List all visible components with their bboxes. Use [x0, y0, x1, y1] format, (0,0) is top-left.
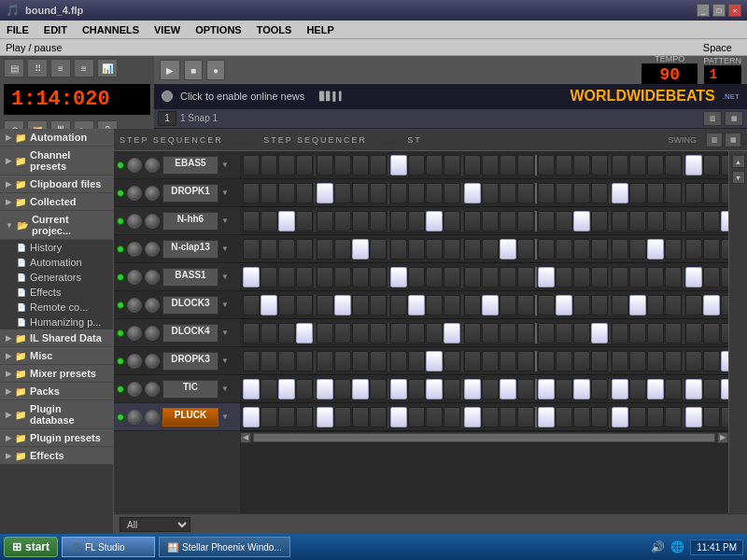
sidebar-item-automation[interactable]: 📄Automation [0, 255, 113, 270]
sidebar-section-plugin-presets[interactable]: ▶ 📁 Plugin presets [0, 429, 113, 447]
step-btn-6-6[interactable] [352, 323, 369, 343]
step-btn-8-2[interactable] [278, 379, 295, 399]
step-btn-1-20[interactable] [612, 183, 628, 203]
step-btn-1-13[interactable] [482, 183, 499, 203]
step-btn-0-24[interactable] [685, 155, 702, 175]
step-btn-3-24[interactable] [685, 239, 702, 259]
step-btn-9-9[interactable] [408, 407, 425, 427]
step-btn-6-7[interactable] [370, 323, 387, 343]
step-btn-5-25[interactable] [703, 295, 720, 315]
step-btn-7-7[interactable] [370, 351, 387, 371]
step-btn-5-0[interactable] [243, 295, 260, 315]
step-btn-8-20[interactable] [612, 379, 628, 399]
step-btn-1-11[interactable] [444, 183, 460, 203]
step-btn-9-25[interactable] [703, 407, 720, 427]
step-btn-7-10[interactable] [426, 351, 443, 371]
sidebar-section-effects-bottom[interactable]: ▶ 📁 Effects [0, 447, 113, 465]
step-btn-8-16[interactable] [538, 379, 555, 399]
step-btn-1-17[interactable] [556, 183, 572, 203]
sidebar-section-mixer-presets[interactable]: ▶ 📁 Mixer presets [0, 365, 113, 383]
step-btn-4-8[interactable] [390, 267, 407, 287]
step-btn-5-20[interactable] [612, 295, 628, 315]
sidebar-section-plugin-db[interactable]: ▶ 📁 Plugin database [0, 400, 113, 429]
step-btn-1-18[interactable] [573, 183, 590, 203]
step-btn-0-13[interactable] [482, 155, 499, 175]
step-btn-2-11[interactable] [444, 211, 460, 231]
step-btn-0-15[interactable] [517, 155, 534, 175]
step-btn-1-12[interactable] [464, 183, 481, 203]
step-btn-4-2[interactable] [278, 267, 295, 287]
step-btn-9-4[interactable] [317, 407, 333, 427]
step-btn-9-12[interactable] [464, 407, 481, 427]
sidebar-item-generators[interactable]: 📄Generators [0, 270, 113, 285]
step-btn-7-3[interactable] [296, 351, 313, 371]
step-btn-2-20[interactable] [612, 211, 628, 231]
step-btn-5-6[interactable] [352, 295, 369, 315]
step-btn-0-12[interactable] [464, 155, 481, 175]
track-led-dropk1[interactable] [117, 189, 124, 197]
step-btn-2-8[interactable] [390, 211, 407, 231]
step-btn-3-22[interactable] [647, 239, 664, 259]
track-name-ebas5[interactable]: EBAS5 [162, 156, 218, 175]
step-btn-7-5[interactable] [334, 351, 351, 371]
step-btn-0-11[interactable] [444, 155, 460, 175]
step-btn-9-18[interactable] [573, 407, 590, 427]
sidebar-section-packs[interactable]: ▶ 📁 Packs [0, 383, 113, 400]
step-btn-9-17[interactable] [556, 407, 572, 427]
step-btn-0-8[interactable] [390, 155, 407, 175]
close-button[interactable]: × [728, 4, 741, 17]
menu-options[interactable]: OPTIONS [192, 24, 245, 35]
track-led-dlock4[interactable] [117, 329, 124, 337]
step-btn-6-16[interactable] [538, 323, 555, 343]
step-btn-4-12[interactable] [464, 267, 481, 287]
step-btn-0-16[interactable] [538, 155, 555, 175]
track-name-dropk1[interactable]: DROPK1 [162, 184, 218, 203]
taskbar-item-stellar[interactable]: 🪟 Stellar Phoenix Windo... [159, 537, 290, 557]
step-btn-0-14[interactable] [500, 155, 516, 175]
track-arrow-bass1[interactable]: ▼ [221, 273, 229, 281]
track-pan-tic[interactable] [145, 382, 160, 397]
toolbar-btn-3[interactable]: ≡ [50, 59, 71, 77]
track-name-tic[interactable]: TIC [162, 380, 218, 399]
step-btn-1-2[interactable] [278, 183, 295, 203]
step-btn-4-11[interactable] [444, 267, 460, 287]
step-btn-4-5[interactable] [334, 267, 351, 287]
step-btn-4-21[interactable] [629, 267, 646, 287]
step-btn-4-1[interactable] [261, 267, 277, 287]
step-btn-7-0[interactable] [243, 351, 260, 371]
step-btn-8-10[interactable] [426, 379, 443, 399]
step-btn-4-17[interactable] [556, 267, 572, 287]
step-btn-2-12[interactable] [464, 211, 481, 231]
step-btn-6-21[interactable] [629, 323, 646, 343]
track-pan-dropk1[interactable] [145, 186, 160, 201]
step-btn-4-23[interactable] [665, 267, 682, 287]
step-btn-0-2[interactable] [278, 155, 295, 175]
step-btn-2-6[interactable] [352, 211, 369, 231]
track-pan-dropk3[interactable] [145, 354, 160, 369]
step-btn-6-10[interactable] [426, 323, 443, 343]
step-btn-1-1[interactable] [261, 183, 277, 203]
step-btn-6-19[interactable] [591, 323, 608, 343]
step-btn-3-19[interactable] [591, 239, 608, 259]
step-btn-5-5[interactable] [334, 295, 351, 315]
step-btn-2-3[interactable] [296, 211, 313, 231]
step-btn-8-6[interactable] [352, 379, 369, 399]
step-btn-0-7[interactable] [370, 155, 387, 175]
step-btn-7-12[interactable] [464, 351, 481, 371]
toolbar-btn-4[interactable]: ≡ [74, 59, 94, 77]
step-btn-4-25[interactable] [703, 267, 720, 287]
snap-btn-1[interactable]: ▥ [703, 111, 722, 126]
step-btn-9-24[interactable] [685, 407, 702, 427]
step-btn-6-15[interactable] [517, 323, 534, 343]
step-btn-4-14[interactable] [500, 267, 516, 287]
track-led-tic[interactable] [117, 385, 124, 393]
step-btn-8-1[interactable] [261, 379, 277, 399]
step-btn-3-10[interactable] [426, 239, 443, 259]
step-btn-1-25[interactable] [703, 183, 720, 203]
step-btn-5-4[interactable] [317, 295, 333, 315]
step-btn-7-13[interactable] [482, 351, 499, 371]
step-btn-1-21[interactable] [629, 183, 646, 203]
step-btn-4-16[interactable] [538, 267, 555, 287]
sidebar-item-history[interactable]: 📄History [0, 240, 113, 255]
step-btn-1-26[interactable] [721, 183, 728, 203]
